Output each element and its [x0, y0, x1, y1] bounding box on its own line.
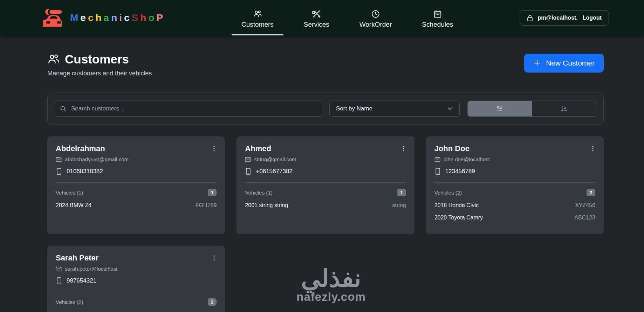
customer-cards-grid: Abdelrahman abdoshady550@gmail.com 01068… [47, 136, 604, 312]
customer-phone-row: 987654321 [56, 277, 217, 284]
main-nav: Customers Services WorkOrder [238, 0, 457, 35]
vehicles-header: Vehicles (1) 1 [245, 189, 406, 196]
nav-label: Customers [241, 21, 274, 28]
vehicles-header: Vehicles (1) 1 [56, 189, 217, 196]
customer-email: john.doe@localhost [444, 156, 490, 162]
vehicle-row: 2024 BMW Z4 FGH789 [56, 202, 217, 209]
mobile-phone-icon [436, 168, 440, 175]
brand-letter: P [157, 12, 163, 23]
envelope-icon [245, 157, 251, 162]
envelope-icon [56, 157, 62, 162]
nav-item-schedules[interactable]: Schedules [418, 0, 457, 35]
brand-letter: S [132, 12, 138, 23]
mobile-phone-icon [57, 168, 61, 175]
customer-name: John Doe [434, 144, 595, 153]
page-title-text: Customers [65, 52, 129, 66]
card-divider [434, 182, 595, 183]
card-menu-button[interactable] [210, 143, 219, 154]
vehicles-label: Vehicles (1) [56, 190, 83, 196]
vehicle-name: 2024 BMW Z4 [56, 202, 91, 209]
mobile-phone-icon [57, 277, 61, 284]
brand-letter: a [104, 12, 109, 23]
customer-email-row: john.doe@localhost [434, 156, 595, 162]
customer-card: Sarah Peter sarah.peter@localhost 987654… [47, 246, 225, 312]
vehicles-label: Vehicles (2) [56, 299, 83, 305]
sort-amount-up-icon [496, 105, 503, 113]
vehicle-row: 2001 string string string [245, 202, 406, 209]
envelope-icon [434, 157, 440, 162]
vehicle-row: 2020 Toyota Camry ABC123 [434, 215, 595, 221]
vehicles-header: Vehicles (2) 2 [434, 189, 595, 196]
vehicles-header: Vehicles (2) 2 [56, 298, 217, 306]
new-customer-label: New Customer [546, 59, 595, 67]
vehicle-row: 2018 Honda Civic XYZ456 [434, 202, 595, 209]
vehicle-name: 2018 Honda Civic [434, 202, 479, 209]
kebab-menu-icon [589, 145, 596, 152]
customer-phone: +0615677382 [256, 168, 292, 175]
sort-by-select[interactable]: Sort by Name [329, 101, 460, 117]
kebab-menu-icon [211, 255, 218, 262]
card-menu-button[interactable] [210, 253, 219, 263]
clock-icon [371, 9, 380, 19]
vehicles-count-badge: 2 [587, 189, 595, 196]
car-wrench-logo-icon [43, 7, 64, 29]
customer-card: Abdelrahman abdoshady550@gmail.com 01068… [47, 136, 225, 234]
vehicle-plate: XYZ456 [575, 202, 595, 209]
brand-letter: i [119, 12, 122, 23]
people-icon [253, 9, 262, 19]
customer-email: string@gmail.com [254, 156, 296, 162]
kebab-menu-icon [211, 145, 218, 152]
people-icon [47, 53, 60, 66]
vehicles-count-badge: 1 [397, 189, 406, 196]
card-divider [56, 182, 217, 183]
user-session-badge[interactable]: pm@localhost. Logout [520, 10, 609, 26]
logout-link[interactable]: Logout [583, 15, 602, 21]
customer-phone-row: 01068318382 [56, 168, 217, 175]
search-input[interactable] [55, 101, 322, 117]
vehicles-count-badge: 2 [208, 298, 217, 306]
customer-phone-row: 123456789 [434, 168, 595, 175]
brand-name: MechanicShoP [70, 12, 165, 23]
brand-letter: c [124, 12, 130, 23]
page-title: Customers [47, 52, 152, 66]
card-divider [245, 182, 406, 183]
customer-email: abdoshady550@gmail.com [65, 156, 129, 162]
customer-name: Sarah Peter [56, 253, 217, 263]
brand-letter: c [88, 12, 94, 23]
vehicles-label: Vehicles (1) [245, 190, 272, 196]
nav-item-customers[interactable]: Customers [238, 0, 277, 35]
envelope-icon [56, 266, 62, 271]
search-icon [60, 105, 67, 112]
vehicles-count-badge: 1 [208, 189, 217, 196]
customer-email: sarah.peter@localhost [65, 266, 117, 272]
customer-card: John Doe john.doe@localhost 123456789 Ve… [426, 136, 604, 234]
customer-phone: 123456789 [445, 168, 475, 175]
sort-ascending-button[interactable] [468, 101, 532, 116]
customer-phone: 987654321 [67, 277, 96, 284]
customer-email-row: sarah.peter@localhost [56, 266, 217, 272]
brand[interactable]: MechanicShoP [43, 7, 165, 29]
vehicle-name: 2020 Toyota Camry [434, 215, 483, 221]
nav-item-services[interactable]: Services [300, 0, 333, 35]
card-menu-button[interactable] [588, 143, 597, 154]
card-divider [56, 292, 217, 292]
customer-name: Abdelrahman [56, 144, 217, 153]
nav-item-workorder[interactable]: WorkOrder [356, 0, 396, 35]
filter-bar: Sort by Name [47, 93, 604, 125]
brand-letter: e [80, 12, 86, 23]
card-menu-button[interactable] [399, 143, 408, 154]
kebab-menu-icon [400, 145, 407, 152]
page-header: Customers Manage customers and their veh… [47, 52, 604, 77]
sort-descending-button[interactable] [532, 101, 596, 116]
brand-letter: h [95, 12, 101, 23]
customer-name: Ahmed [245, 144, 406, 153]
customer-email-row: abdoshady550@gmail.com [56, 156, 217, 162]
vehicles-label: Vehicles (2) [434, 190, 462, 196]
customer-phone-row: +0615677382 [245, 168, 406, 175]
nav-label: Schedules [422, 21, 453, 28]
vehicle-plate: string [392, 202, 406, 209]
new-customer-button[interactable]: New Customer [524, 54, 604, 73]
search-box [55, 101, 322, 117]
customer-card: Ahmed string@gmail.com +0615677382 Vehic… [237, 136, 414, 234]
customers-page: Customers Manage customers and their veh… [0, 35, 644, 312]
